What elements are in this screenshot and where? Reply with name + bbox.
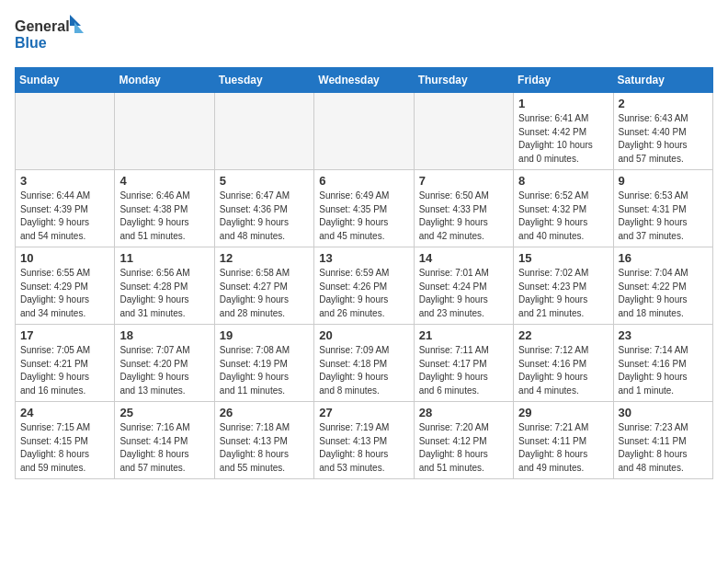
day-info: Sunrise: 7:05 AM Sunset: 4:21 PM Dayligh… xyxy=(20,344,109,397)
day-info: Sunrise: 6:44 AM Sunset: 4:39 PM Dayligh… xyxy=(20,190,109,243)
day-number: 2 xyxy=(619,97,708,110)
calendar-day-cell: 19Sunrise: 7:08 AM Sunset: 4:19 PM Dayli… xyxy=(214,325,313,402)
day-number: 17 xyxy=(20,328,109,342)
weekday-header: Monday xyxy=(115,68,214,93)
calendar-day-cell: 21Sunrise: 7:11 AM Sunset: 4:17 PM Dayli… xyxy=(414,325,513,402)
weekday-header: Wednesday xyxy=(314,68,414,93)
weekday-header: Friday xyxy=(514,68,613,93)
calendar-day-cell: 23Sunrise: 7:14 AM Sunset: 4:16 PM Dayli… xyxy=(613,325,712,402)
calendar-day-cell: 9Sunrise: 6:53 AM Sunset: 4:31 PM Daylig… xyxy=(613,170,712,247)
calendar-day-cell: 27Sunrise: 7:19 AM Sunset: 4:13 PM Dayli… xyxy=(314,402,414,479)
day-info: Sunrise: 7:18 AM Sunset: 4:13 PM Dayligh… xyxy=(220,421,309,475)
weekday-header-row: SundayMondayTuesdayWednesdayThursdayFrid… xyxy=(16,68,713,93)
day-info: Sunrise: 6:41 AM Sunset: 4:42 PM Dayligh… xyxy=(518,112,608,166)
calendar-day-cell: 20Sunrise: 7:09 AM Sunset: 4:18 PM Dayli… xyxy=(314,325,414,402)
day-info: Sunrise: 7:11 AM Sunset: 4:17 PM Dayligh… xyxy=(419,344,508,397)
calendar-day-cell: 18Sunrise: 7:07 AM Sunset: 4:20 PM Dayli… xyxy=(115,325,214,402)
day-info: Sunrise: 6:52 AM Sunset: 4:32 PM Dayligh… xyxy=(518,190,608,243)
day-number: 7 xyxy=(419,174,508,188)
day-number: 29 xyxy=(518,406,608,419)
day-number: 28 xyxy=(419,406,508,419)
calendar-day-cell: 4Sunrise: 6:46 AM Sunset: 4:38 PM Daylig… xyxy=(115,170,214,247)
calendar-day-cell: 25Sunrise: 7:16 AM Sunset: 4:14 PM Dayli… xyxy=(115,402,214,479)
calendar-week-row: 3Sunrise: 6:44 AM Sunset: 4:39 PM Daylig… xyxy=(16,170,713,247)
day-info: Sunrise: 6:49 AM Sunset: 4:35 PM Dayligh… xyxy=(319,190,408,243)
calendar-day-cell: 29Sunrise: 7:21 AM Sunset: 4:11 PM Dayli… xyxy=(514,402,613,479)
calendar-week-row: 10Sunrise: 6:55 AM Sunset: 4:29 PM Dayli… xyxy=(16,247,713,325)
day-number: 19 xyxy=(220,328,309,342)
day-info: Sunrise: 6:56 AM Sunset: 4:28 PM Dayligh… xyxy=(119,267,209,320)
calendar-day-cell: 24Sunrise: 7:15 AM Sunset: 4:15 PM Dayli… xyxy=(16,402,115,479)
calendar-day-cell: 15Sunrise: 7:02 AM Sunset: 4:23 PM Dayli… xyxy=(514,247,613,325)
day-number: 10 xyxy=(20,251,109,265)
calendar-day-cell xyxy=(314,93,414,170)
calendar-day-cell xyxy=(414,93,513,170)
day-number: 6 xyxy=(319,174,408,188)
day-number: 4 xyxy=(119,174,209,188)
calendar-day-cell: 2Sunrise: 6:43 AM Sunset: 4:40 PM Daylig… xyxy=(613,93,712,170)
calendar-table: SundayMondayTuesdayWednesdayThursdayFrid… xyxy=(15,67,713,479)
calendar-day-cell: 7Sunrise: 6:50 AM Sunset: 4:33 PM Daylig… xyxy=(414,170,513,247)
day-info: Sunrise: 6:46 AM Sunset: 4:38 PM Dayligh… xyxy=(119,190,209,243)
day-info: Sunrise: 6:47 AM Sunset: 4:36 PM Dayligh… xyxy=(220,190,309,243)
weekday-header: Tuesday xyxy=(214,68,313,93)
day-info: Sunrise: 7:07 AM Sunset: 4:20 PM Dayligh… xyxy=(119,344,209,397)
day-info: Sunrise: 7:20 AM Sunset: 4:12 PM Dayligh… xyxy=(419,421,508,475)
weekday-header: Thursday xyxy=(414,68,513,93)
day-number: 24 xyxy=(20,406,109,419)
calendar-week-row: 1Sunrise: 6:41 AM Sunset: 4:42 PM Daylig… xyxy=(16,93,713,170)
day-number: 16 xyxy=(619,251,708,265)
calendar-day-cell: 16Sunrise: 7:04 AM Sunset: 4:22 PM Dayli… xyxy=(613,247,712,325)
calendar-day-cell: 14Sunrise: 7:01 AM Sunset: 4:24 PM Dayli… xyxy=(414,247,513,325)
day-number: 20 xyxy=(319,328,408,342)
calendar-week-row: 24Sunrise: 7:15 AM Sunset: 4:15 PM Dayli… xyxy=(16,402,713,479)
logo-svg: GeneralBlue xyxy=(15,15,88,56)
day-number: 18 xyxy=(119,328,209,342)
day-info: Sunrise: 6:58 AM Sunset: 4:27 PM Dayligh… xyxy=(220,267,309,320)
day-info: Sunrise: 7:09 AM Sunset: 4:18 PM Dayligh… xyxy=(319,344,408,397)
day-info: Sunrise: 7:04 AM Sunset: 4:22 PM Dayligh… xyxy=(619,267,708,320)
day-info: Sunrise: 6:53 AM Sunset: 4:31 PM Dayligh… xyxy=(619,190,708,243)
day-number: 14 xyxy=(419,251,508,265)
day-info: Sunrise: 6:55 AM Sunset: 4:29 PM Dayligh… xyxy=(20,267,109,320)
day-info: Sunrise: 7:01 AM Sunset: 4:24 PM Dayligh… xyxy=(419,267,508,320)
day-number: 23 xyxy=(619,328,708,342)
day-number: 30 xyxy=(619,406,708,419)
weekday-header: Sunday xyxy=(16,68,115,93)
day-number: 1 xyxy=(518,97,608,110)
calendar-day-cell: 1Sunrise: 6:41 AM Sunset: 4:42 PM Daylig… xyxy=(514,93,613,170)
day-number: 11 xyxy=(119,251,209,265)
day-number: 8 xyxy=(518,174,608,188)
day-info: Sunrise: 7:16 AM Sunset: 4:14 PM Dayligh… xyxy=(119,421,209,475)
day-number: 21 xyxy=(419,328,508,342)
weekday-header: Saturday xyxy=(613,68,712,93)
day-number: 26 xyxy=(220,406,309,419)
page-header: GeneralBlue xyxy=(15,15,713,56)
day-info: Sunrise: 7:15 AM Sunset: 4:15 PM Dayligh… xyxy=(20,421,109,475)
calendar-day-cell: 10Sunrise: 6:55 AM Sunset: 4:29 PM Dayli… xyxy=(16,247,115,325)
calendar-day-cell: 6Sunrise: 6:49 AM Sunset: 4:35 PM Daylig… xyxy=(314,170,414,247)
day-info: Sunrise: 7:23 AM Sunset: 4:11 PM Dayligh… xyxy=(619,421,708,475)
day-info: Sunrise: 6:59 AM Sunset: 4:26 PM Dayligh… xyxy=(319,267,408,320)
day-info: Sunrise: 7:21 AM Sunset: 4:11 PM Dayligh… xyxy=(518,421,608,475)
day-info: Sunrise: 7:14 AM Sunset: 4:16 PM Dayligh… xyxy=(619,344,708,397)
calendar-day-cell: 22Sunrise: 7:12 AM Sunset: 4:16 PM Dayli… xyxy=(514,325,613,402)
calendar-day-cell: 8Sunrise: 6:52 AM Sunset: 4:32 PM Daylig… xyxy=(514,170,613,247)
calendar-day-cell: 13Sunrise: 6:59 AM Sunset: 4:26 PM Dayli… xyxy=(314,247,414,325)
day-number: 15 xyxy=(518,251,608,265)
calendar-day-cell: 12Sunrise: 6:58 AM Sunset: 4:27 PM Dayli… xyxy=(214,247,313,325)
day-info: Sunrise: 6:43 AM Sunset: 4:40 PM Dayligh… xyxy=(619,112,708,166)
logo: GeneralBlue xyxy=(15,15,88,56)
day-info: Sunrise: 7:12 AM Sunset: 4:16 PM Dayligh… xyxy=(518,344,608,397)
day-number: 3 xyxy=(20,174,109,188)
day-number: 13 xyxy=(319,251,408,265)
calendar-day-cell: 30Sunrise: 7:23 AM Sunset: 4:11 PM Dayli… xyxy=(613,402,712,479)
svg-text:General: General xyxy=(15,18,70,34)
calendar-week-row: 17Sunrise: 7:05 AM Sunset: 4:21 PM Dayli… xyxy=(16,325,713,402)
day-info: Sunrise: 7:19 AM Sunset: 4:13 PM Dayligh… xyxy=(319,421,408,475)
calendar-day-cell: 17Sunrise: 7:05 AM Sunset: 4:21 PM Dayli… xyxy=(16,325,115,402)
calendar-day-cell: 26Sunrise: 7:18 AM Sunset: 4:13 PM Dayli… xyxy=(214,402,313,479)
calendar-day-cell xyxy=(115,93,214,170)
calendar-day-cell: 28Sunrise: 7:20 AM Sunset: 4:12 PM Dayli… xyxy=(414,402,513,479)
day-number: 12 xyxy=(220,251,309,265)
